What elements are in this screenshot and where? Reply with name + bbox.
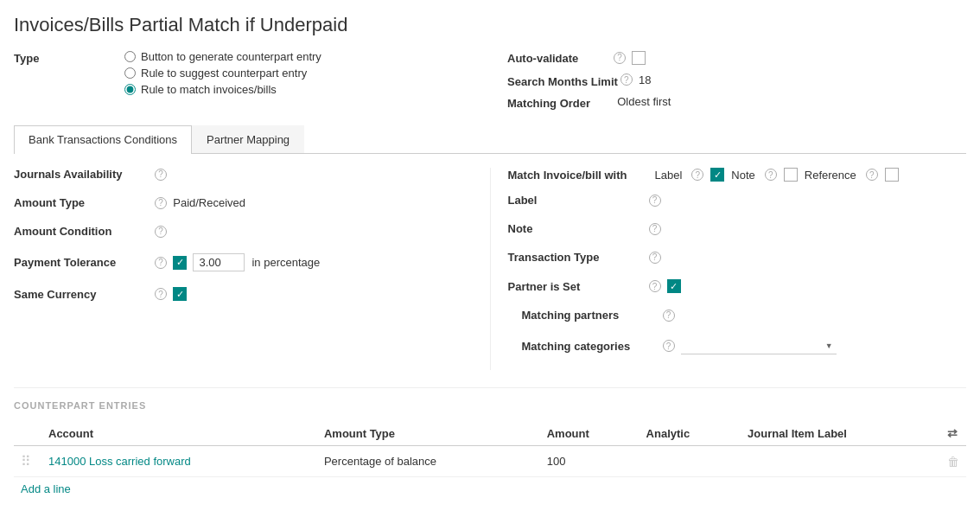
match-invoice-label: Match Invoice/bill with <box>508 169 646 182</box>
auto-validate-label: Auto-validate <box>507 50 611 65</box>
table-row: ⠿ 141000 Loss carried forward Percentage… <box>14 446 966 477</box>
label-field-help-icon: ? <box>649 195 661 207</box>
journal-item-label-col-header: Journal Item Label <box>741 421 940 446</box>
account-cell: 141000 Loss carried forward <box>41 446 317 477</box>
journals-help-icon: ? <box>155 169 167 181</box>
radio-btn-counterpart-label: Button to generate counterpart entry <box>141 50 321 63</box>
tab-bank-transactions[interactable]: Bank Transactions Conditions <box>14 125 192 154</box>
drag-handle-cell: ⠿ <box>14 446 41 477</box>
partner-is-set-help-icon: ? <box>649 280 661 292</box>
type-label: Type <box>14 50 118 65</box>
search-months-label: Search Months Limit <box>507 73 618 88</box>
match-label-text: Label <box>655 169 683 182</box>
match-reference-text: Reference <box>805 169 856 182</box>
journal-item-label-cell <box>741 446 940 477</box>
reference-help-icon: ? <box>866 169 878 181</box>
filter-col-header: ⇄ <box>940 421 966 446</box>
same-currency-label: Same Currency <box>14 288 152 301</box>
matching-partners-label: Matching partners <box>522 309 660 322</box>
amount-type-col-header: Amount Type <box>317 421 540 446</box>
search-months-value: 18 <box>639 73 651 86</box>
match-items: Label ? Note ? Reference ? <box>655 168 899 182</box>
amount-type-label: Amount Type <box>14 196 152 209</box>
amount-type-cell: Percentage of balance <box>317 446 540 477</box>
amount-type-help-icon: ? <box>155 197 167 209</box>
add-line-button[interactable]: Add a line <box>14 477 78 501</box>
radio-rule-suggest[interactable]: Rule to suggest counterpart entry <box>124 67 321 80</box>
auto-validate-help-icon: ? <box>614 52 626 64</box>
radio-rule-suggest-label: Rule to suggest counterpart entry <box>141 67 307 80</box>
radio-rule-match[interactable]: Rule to match invoices/bills <box>124 83 321 96</box>
in-percentage-label: in percentage <box>251 256 320 269</box>
label-field-label: Label <box>508 194 646 207</box>
note-checkbox[interactable] <box>784 168 798 182</box>
matching-order-value: Oldest first <box>617 95 671 108</box>
radio-rule-match-label: Rule to match invoices/bills <box>141 83 277 96</box>
auto-validate-checkbox[interactable] <box>632 51 646 65</box>
amount-cell: 100 <box>540 446 640 477</box>
tab-bar: Bank Transactions Conditions Partner Map… <box>14 125 966 154</box>
matching-order-label: Matching Order <box>507 95 611 110</box>
match-note-text: Note <box>731 169 754 182</box>
payment-tolerance-label: Payment Tolerance <box>14 256 152 269</box>
amount-col-header: Amount <box>540 421 640 446</box>
payment-tolerance-input[interactable] <box>193 253 245 271</box>
trash-cell: 🗑 <box>940 446 966 477</box>
label-help-icon: ? <box>691 169 703 181</box>
matching-categories-select[interactable] <box>681 337 837 354</box>
account-link[interactable]: 141000 Loss carried forward <box>48 455 191 468</box>
partner-is-set-label: Partner is Set <box>508 280 646 293</box>
matching-categories-label: Matching categories <box>522 340 660 353</box>
matching-partners-help-icon: ? <box>663 310 675 322</box>
same-currency-help-icon: ? <box>155 288 167 300</box>
same-currency-checkbox[interactable] <box>173 287 187 301</box>
reference-checkbox[interactable] <box>885 168 899 182</box>
payment-tolerance-help-icon: ? <box>155 257 167 269</box>
note-field-label: Note <box>508 222 646 235</box>
journals-label: Journals Availability <box>14 168 152 181</box>
page-title: Invoices/Bills Partial Match if Underpai… <box>14 14 966 36</box>
radio-btn-counterpart[interactable]: Button to generate counterpart entry <box>124 50 321 63</box>
note-help-icon: ? <box>765 169 777 181</box>
partner-is-set-checkbox[interactable] <box>667 279 681 293</box>
counterpart-title: COUNTERPART ENTRIES <box>14 400 966 411</box>
account-col-header: Account <box>41 421 317 446</box>
drag-handle-icon[interactable]: ⠿ <box>21 454 31 469</box>
tab-partner-mapping[interactable]: Partner Mapping <box>192 125 304 153</box>
filter-icon[interactable]: ⇄ <box>947 426 958 440</box>
transaction-type-help-icon: ? <box>649 252 661 264</box>
search-months-help-icon: ? <box>620 73 633 86</box>
note-field-help-icon: ? <box>649 223 661 235</box>
payment-tolerance-checkbox[interactable] <box>173 256 187 270</box>
delete-row-icon[interactable]: 🗑 <box>947 455 959 469</box>
amount-type-value: Paid/Received <box>173 196 245 209</box>
counterpart-table: Account Amount Type Amount Analytic Jour… <box>14 421 966 477</box>
amount-condition-help-icon: ? <box>155 226 167 238</box>
analytic-cell <box>640 446 741 477</box>
transaction-type-label: Transaction Type <box>508 251 646 264</box>
matching-categories-help-icon: ? <box>663 340 675 352</box>
analytic-col-header: Analytic <box>640 421 741 446</box>
type-radio-group: Button to generate counterpart entry Rul… <box>124 50 321 96</box>
amount-condition-label: Amount Condition <box>14 225 152 238</box>
label-checkbox[interactable] <box>710 168 724 182</box>
drag-col-header <box>14 421 41 446</box>
